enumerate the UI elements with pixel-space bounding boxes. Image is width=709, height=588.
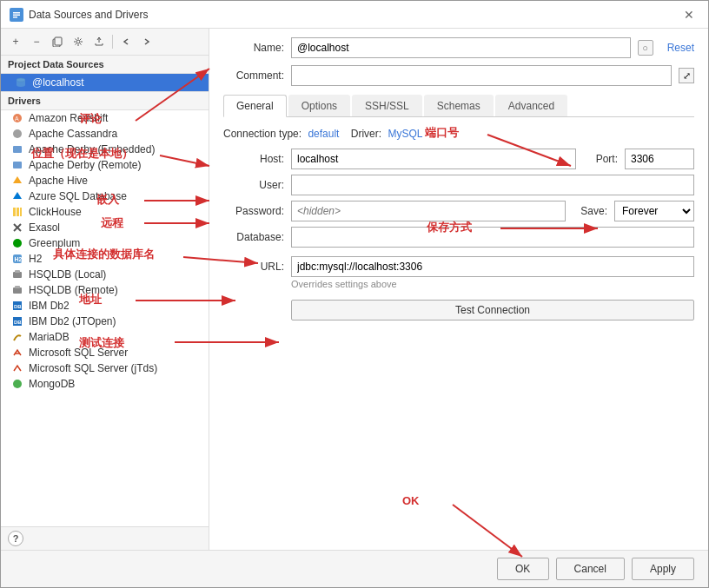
svg-marker-15 — [13, 192, 22, 199]
password-label: Password: — [223, 205, 284, 217]
driver-item-h2[interactable]: H2 H2 — [1, 251, 209, 267]
tabs-container: General Options SSH/SSL Schemas Advanced — [223, 95, 694, 117]
driver-icon — [11, 206, 23, 218]
driver-item-mongodb[interactable]: MongoDB — [1, 376, 209, 392]
help-button[interactable]: ? — [8, 531, 23, 546]
driver-item-mariadb[interactable]: MariaDB — [1, 329, 209, 345]
svg-rect-18 — [20, 208, 22, 216]
driver-item-apache-derby-embedded[interactable]: Apache Derby (Embedded) — [1, 142, 209, 157]
driver-item-ibm-db2[interactable]: DB2 IBM Db2 — [1, 298, 209, 314]
user-label: User: — [223, 179, 284, 191]
svg-point-33 — [13, 380, 22, 388]
toolbar-separator — [112, 35, 113, 49]
back-button[interactable] — [116, 32, 136, 51]
driver-icon — [11, 175, 23, 187]
driver-item-ibm-db2-jtopen[interactable]: DB2 IBM Db2 (JTOpen) — [1, 314, 209, 329]
project-item-localhost[interactable]: @localhost — [1, 74, 209, 91]
port-input[interactable] — [625, 149, 694, 169]
cancel-button[interactable]: Cancel — [556, 558, 625, 580]
database-input[interactable] — [291, 227, 694, 248]
drivers-section-header: Drivers — [1, 91, 209, 110]
driver-item-amazon-redshift[interactable]: A Amazon Redshift — [1, 110, 209, 126]
project-item-label: @localhost — [32, 76, 84, 89]
url-label: URL: — [223, 261, 284, 273]
svg-text:DB2: DB2 — [14, 304, 23, 309]
tab-general[interactable]: General — [223, 95, 287, 117]
driver-item-mssql-jtds[interactable]: Microsoft SQL Server (jTds) — [1, 360, 209, 376]
clear-name-button[interactable]: ○ — [638, 40, 653, 56]
driver-icon: A — [11, 112, 23, 124]
driver-icon — [11, 128, 23, 140]
svg-rect-13 — [13, 162, 22, 168]
connection-type-label: Connection type: — [223, 128, 301, 140]
database-label: Database: — [223, 231, 284, 243]
name-label: Name: — [223, 42, 284, 54]
settings-button[interactable] — [69, 32, 88, 51]
driver-icon — [11, 284, 23, 296]
driver-item-hsqldb-remote[interactable]: HSQLDB (Remote) — [1, 282, 209, 298]
driver-value[interactable]: MySQL — [388, 128, 422, 140]
tab-sshssl[interactable]: SSH/SSL — [352, 95, 422, 116]
copy-button[interactable] — [48, 32, 67, 51]
ok-button[interactable]: OK — [497, 558, 549, 580]
name-input[interactable] — [291, 37, 631, 58]
driver-label: Microsoft SQL Server — [29, 347, 128, 359]
remove-button[interactable]: − — [27, 32, 46, 51]
svg-text:H2: H2 — [15, 256, 23, 262]
password-input[interactable] — [291, 201, 566, 221]
add-button[interactable]: + — [6, 32, 25, 51]
svg-point-6 — [76, 40, 80, 43]
expand-comment-button[interactable]: ⤢ — [679, 68, 694, 83]
comment-input[interactable] — [291, 65, 672, 86]
driver-label: IBM Db2 (JTOpen) — [29, 315, 116, 327]
driver-item-azure-sql[interactable]: Azure SQL Database — [1, 188, 209, 204]
host-input[interactable] — [291, 149, 576, 169]
save-select[interactable]: Forever Until restart Never — [614, 201, 694, 221]
svg-text:A: A — [15, 116, 19, 122]
driver-label: Exasol — [29, 221, 60, 234]
apply-button[interactable]: Apply — [632, 558, 694, 580]
tab-advanced[interactable]: Advanced — [495, 95, 567, 116]
driver-icon — [11, 143, 23, 155]
driver-item-apache-cassandra[interactable]: Apache Cassandra — [1, 126, 209, 142]
tab-options[interactable]: Options — [288, 95, 350, 116]
db-icon — [15, 76, 27, 89]
svg-text:DB2: DB2 — [14, 320, 23, 325]
driver-item-apache-derby-remote[interactable]: Apache Derby (Remote) — [1, 157, 209, 173]
svg-marker-14 — [13, 176, 22, 183]
left-toolbar: + − — [1, 29, 209, 56]
app-icon — [10, 8, 23, 22]
svg-rect-27 — [15, 286, 20, 288]
user-input[interactable] — [291, 175, 694, 195]
driver-item-hsqldb-local[interactable]: HSQLDB (Local) — [1, 267, 209, 282]
svg-rect-1 — [13, 12, 20, 14]
driver-item-mssql[interactable]: Microsoft SQL Server — [1, 345, 209, 360]
driver-item-clickhouse[interactable]: ClickHouse — [1, 204, 209, 220]
window-title: Data Sources and Drivers — [29, 9, 148, 21]
driver-icon — [11, 378, 23, 390]
driver-label: H2 — [29, 253, 42, 265]
export-button[interactable] — [89, 32, 109, 51]
close-button[interactable]: ✕ — [679, 6, 699, 23]
bottom-bar: OK Cancel Apply — [1, 550, 708, 587]
test-connection-button[interactable]: Test Connection — [291, 300, 694, 320]
save-label: Save: — [573, 205, 607, 217]
driver-label: Greenplum — [29, 237, 80, 249]
url-input[interactable] — [291, 256, 694, 277]
svg-rect-17 — [17, 208, 19, 216]
driver-item-apache-hive[interactable]: Apache Hive — [1, 173, 209, 188]
driver-label: Azure SQL Database — [29, 190, 127, 202]
driver-label: IBM Db2 — [29, 300, 70, 312]
overrides-text: Overrides settings above — [291, 279, 694, 289]
driver-icon — [11, 237, 23, 249]
driver-icon — [11, 159, 23, 171]
driver-item-greenplum[interactable]: Greenplum — [1, 235, 209, 251]
svg-rect-24 — [13, 272, 22, 278]
driver-item-exasol[interactable]: Exasol — [1, 220, 209, 235]
connection-type-value[interactable]: default — [308, 128, 339, 140]
driver-label: Apache Derby (Embedded) — [29, 143, 155, 155]
forward-button[interactable] — [137, 32, 156, 51]
driver-icon — [11, 347, 23, 359]
reset-link[interactable]: Reset — [667, 42, 694, 54]
tab-schemas[interactable]: Schemas — [424, 95, 494, 116]
